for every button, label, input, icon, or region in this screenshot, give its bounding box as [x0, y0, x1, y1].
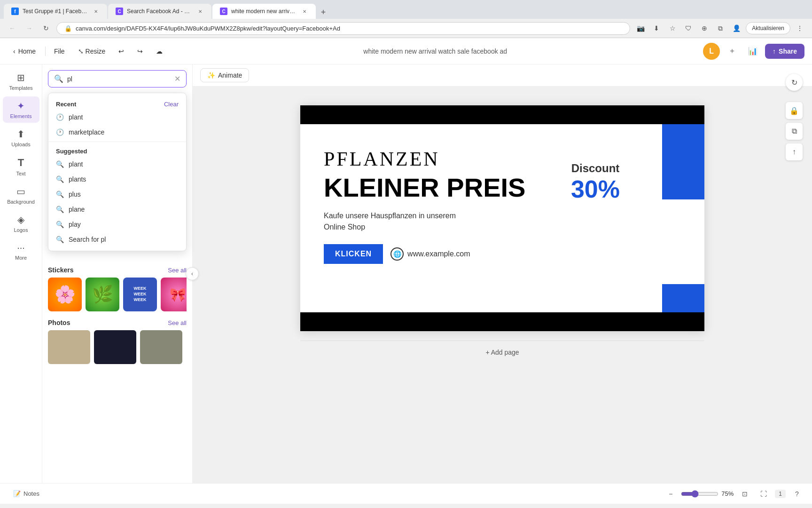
zoom-out-icon[interactable]: −	[663, 486, 678, 501]
suggested-item-3[interactable]: 🔍 plus	[48, 187, 186, 202]
sticker-item-1[interactable]: 🌸	[48, 278, 82, 311]
tab-3-favicon: C	[220, 8, 227, 15]
recent-item-2[interactable]: 🕐 marketplace	[48, 125, 186, 140]
refresh-button[interactable]: ↻	[786, 74, 803, 91]
clear-button[interactable]: Clear	[164, 101, 179, 108]
notes-icon: 📝	[13, 490, 21, 497]
tab-1[interactable]: f Test Gruppe #1 | Facebook ✕	[4, 4, 107, 19]
suggested-item-5[interactable]: 🔍 play	[48, 217, 186, 232]
new-tab-button[interactable]: +	[317, 6, 330, 19]
sidebar-item-more[interactable]: ··· More	[3, 238, 39, 264]
sidebar-item-elements[interactable]: ✦ Elements	[3, 96, 39, 123]
sticker-item-4[interactable]: 🎀	[161, 278, 187, 311]
zoom-control: − 75%	[663, 486, 734, 501]
export-tool-button[interactable]: ↑	[786, 143, 803, 160]
profile-icon[interactable]: 👤	[730, 22, 743, 35]
download-icon[interactable]: ⬇	[650, 22, 663, 35]
recent-label: Recent	[56, 101, 76, 108]
address-bar[interactable]: 🔒 canva.com/design/DAFD5-KX4F4/lup6hJW8u…	[56, 22, 630, 35]
share-button[interactable]: ↑ Share	[765, 44, 804, 59]
zoom-slider[interactable]	[681, 490, 718, 498]
tab-1-close[interactable]: ✕	[92, 8, 100, 15]
recent-item-1[interactable]: 🕐 plant	[48, 110, 186, 125]
sidebar-item-logos[interactable]: ◈ Logos	[3, 210, 39, 237]
undo-button[interactable]: ↩	[114, 45, 129, 58]
photos-see-all[interactable]: See all	[168, 319, 187, 326]
notes-button[interactable]: 📝 Notes	[8, 487, 45, 500]
tab-3-close[interactable]: ✕	[301, 8, 308, 15]
redo-button[interactable]: ↪	[133, 45, 148, 58]
tab-3-title: white modern new arrival watc...	[231, 8, 297, 15]
reload-button[interactable]: ↻	[39, 22, 53, 35]
extension-2-icon[interactable]: ⊕	[698, 22, 711, 35]
tab-2-close[interactable]: ✕	[196, 8, 204, 15]
analytics-icon[interactable]: 📊	[744, 43, 761, 60]
more-label: More	[15, 255, 27, 261]
chevron-left-icon: ‹	[13, 48, 16, 55]
sidebar-item-background[interactable]: ▭ Background	[3, 182, 39, 208]
stickers-row: 🌸 🌿 WEEKWEEKWEEK 🎀 ›	[48, 278, 187, 311]
design-url-row: 🌐 www.example.com	[390, 247, 470, 261]
resize-button[interactable]: ⤡ Resize	[73, 45, 110, 58]
sidebar-item-uploads[interactable]: ⬆ Uploads	[3, 125, 39, 151]
tab-2[interactable]: C Search Facebook Ad - Canva ✕	[108, 4, 211, 19]
search-box[interactable]: 🔍 ✕	[48, 70, 187, 87]
animate-button[interactable]: ✨ Animate	[200, 68, 249, 82]
add-page-button[interactable]: + Add page	[300, 341, 704, 364]
suggested-text-1: plant	[69, 160, 83, 168]
suggested-item-4[interactable]: 🔍 plane	[48, 202, 186, 217]
canvas-toolbar: ✨ Animate	[193, 64, 812, 87]
design-cta-button[interactable]: KLICKEN	[324, 244, 383, 264]
suggested-text-3: plus	[69, 190, 81, 198]
sidebar-item-templates[interactable]: ⊞ Templates	[3, 68, 39, 95]
help-button[interactable]: ?	[789, 486, 804, 501]
suggested-item-1[interactable]: 🔍 plant	[48, 157, 186, 172]
fullscreen-button[interactable]: ⛶	[756, 486, 771, 501]
photo-item-2[interactable]	[94, 330, 136, 364]
panel-hide-button[interactable]: ‹	[186, 267, 199, 280]
search-for-pl-item[interactable]: 🔍 Search for pl	[48, 232, 186, 247]
lock-tool-button[interactable]: 🔒	[786, 102, 803, 119]
file-button[interactable]: File	[49, 45, 70, 58]
home-label: Home	[18, 48, 36, 55]
design-desc-line1: Kaufe unsere Hauspflanzen in unserem	[324, 212, 456, 220]
search-input[interactable]	[67, 75, 171, 83]
back-button[interactable]: ←	[6, 22, 19, 35]
photo-item-3[interactable]	[140, 330, 182, 364]
topbar-right-actions: L ＋ 📊 ↑ Share	[703, 43, 804, 60]
extension-1-icon[interactable]: 🛡	[682, 22, 695, 35]
duplicate-tool-button[interactable]: ⧉	[786, 123, 803, 140]
menu-icon[interactable]: ⋮	[793, 22, 806, 35]
suggested-text-4: plane	[69, 206, 85, 213]
update-button[interactable]: Aktualisieren	[746, 22, 790, 34]
logos-label: Logos	[14, 227, 28, 233]
plus-icon[interactable]: ＋	[724, 43, 741, 60]
fit-page-button[interactable]: ⊡	[737, 486, 752, 501]
stickers-title: Stickers	[48, 266, 73, 274]
sidebar-item-text[interactable]: T Text	[3, 153, 39, 180]
stickers-section: Stickers See all 🌸 🌿 WEEKWEEKWEEK 🎀 ›	[48, 266, 187, 311]
stickers-section-header: Stickers See all	[48, 266, 187, 274]
avatar-button[interactable]: L	[703, 43, 720, 60]
tab-1-favicon: f	[11, 8, 19, 15]
screen-capture-icon[interactable]: 📷	[634, 22, 647, 35]
save-status-button[interactable]: ☁	[151, 45, 167, 58]
forward-button[interactable]: →	[23, 22, 36, 35]
suggested-text-5: play	[69, 221, 81, 228]
text-icon: T	[18, 157, 24, 169]
split-screen-icon[interactable]: ⧉	[714, 22, 727, 35]
photo-item-1[interactable]	[48, 330, 90, 364]
star-icon[interactable]: ☆	[666, 22, 679, 35]
design-title-sub: PFLANZEN	[324, 148, 681, 170]
sticker-item-3[interactable]: WEEKWEEKWEEK	[123, 278, 157, 311]
animate-icon: ✨	[207, 71, 215, 79]
home-button[interactable]: ‹ Home	[8, 45, 41, 58]
stickers-see-all[interactable]: See all	[168, 267, 187, 274]
clock-icon-2: 🕐	[56, 128, 64, 136]
sticker-item-2[interactable]: 🌿	[86, 278, 119, 311]
recent-text-1: plant	[69, 113, 83, 121]
search-clear-icon[interactable]: ✕	[174, 74, 180, 83]
photos-section-header: Photos See all	[48, 319, 187, 326]
suggested-item-2[interactable]: 🔍 plants	[48, 172, 186, 187]
tab-3[interactable]: C white modern new arrival watc... ✕	[212, 4, 316, 19]
